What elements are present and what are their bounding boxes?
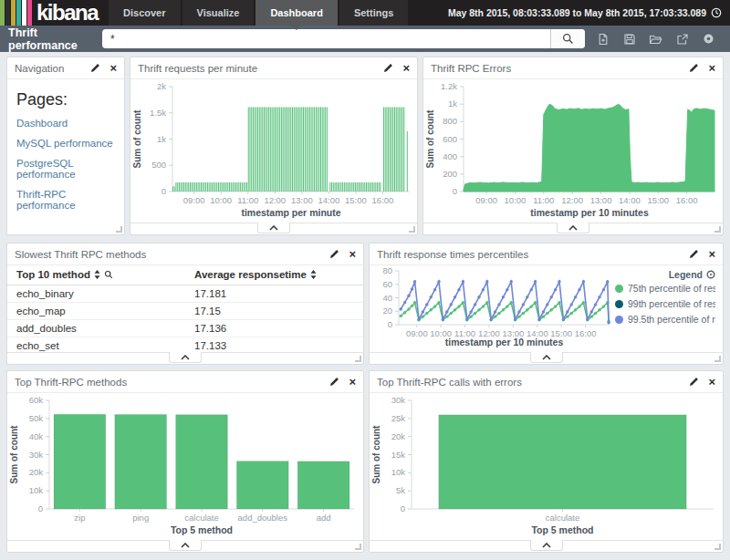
page-link-dashboard[interactable]: Dashboard: [16, 118, 115, 129]
chevron-up-icon: [542, 543, 551, 548]
rpc-errors-chart: 02004006008001k1.2kSum of count09:0010:0…: [423, 79, 723, 223]
close-panel-button[interactable]: ×: [110, 62, 117, 74]
table-row: add_doubles17.136: [7, 320, 363, 337]
edit-panel-button[interactable]: [383, 63, 393, 73]
collapse-panel-button[interactable]: [257, 223, 290, 233]
top-methods-chart: 010k20k30k40k50k60kSum of countTop 5 met…: [7, 393, 363, 540]
nav-tab-visualize[interactable]: Visualize: [182, 0, 255, 26]
svg-text:ping: ping: [132, 513, 149, 523]
query-input[interactable]: [102, 29, 550, 48]
kibana-logo[interactable]: kibana: [0, 0, 109, 26]
folder-open-icon: [649, 33, 662, 46]
table-cell: echo_binary: [7, 285, 185, 303]
edit-panel-button[interactable]: [90, 63, 100, 73]
close-panel-button[interactable]: ×: [349, 376, 356, 388]
svg-text:12:00: 12:00: [561, 195, 583, 205]
panel-response-percentiles: Thrift response times percentiles × 0204…: [369, 243, 724, 365]
close-panel-button[interactable]: ×: [708, 376, 715, 388]
collapse-panel-button[interactable]: [169, 540, 202, 551]
page-link-mysql-performance[interactable]: MySQL performance: [16, 138, 115, 149]
sort-icon[interactable]: [310, 270, 317, 279]
svg-text:0: 0: [388, 319, 392, 329]
new-dashboard-button[interactable]: [589, 26, 616, 52]
svg-text:Sum of count: Sum of count: [9, 425, 19, 484]
close-panel-button[interactable]: ×: [708, 62, 715, 74]
collapse-panel-button[interactable]: [530, 540, 563, 551]
panel-resize-handle[interactable]: [714, 226, 721, 233]
load-dashboard-button[interactable]: [642, 26, 669, 52]
close-panel-button[interactable]: ×: [708, 248, 715, 260]
close-panel-button[interactable]: ×: [402, 62, 410, 74]
close-panel-button[interactable]: ×: [349, 248, 356, 260]
page-link-thrift-rpc-performance[interactable]: Thrift-RPC performance: [16, 189, 115, 211]
edit-panel-button[interactable]: [689, 63, 699, 73]
svg-text:40k: 40k: [29, 431, 44, 441]
kibana-logo-stripes-icon: [0, 0, 33, 26]
svg-text:60k: 60k: [29, 395, 44, 405]
collapse-panel-button[interactable]: [530, 352, 563, 363]
legend-item[interactable]: 99.5th percentile of re...: [615, 314, 715, 325]
legend-settings-icon[interactable]: [706, 270, 715, 279]
sort-icon[interactable]: [94, 270, 100, 279]
svg-text:80: 80: [382, 265, 392, 275]
nav-tab-settings[interactable]: Settings: [339, 0, 408, 26]
svg-text:800: 800: [443, 116, 457, 126]
search-icon[interactable]: [104, 270, 113, 279]
svg-text:10:00: 10:00: [505, 195, 527, 205]
svg-text:1.2k: 1.2k: [441, 81, 457, 91]
panel-resize-handle[interactable]: [714, 356, 721, 362]
time-picker[interactable]: May 8th 2015, 08:03:33.089 to May 8th 20…: [448, 0, 730, 26]
panel-resize-handle[interactable]: [116, 226, 122, 233]
collapse-panel-button[interactable]: [169, 352, 202, 363]
dashboard-toolbar: Thrift performance: [0, 26, 730, 52]
svg-text:20k: 20k: [391, 431, 406, 441]
page-link-postgresql-performance[interactable]: PostgreSQL performance: [16, 158, 115, 180]
logo-stripe: [5, 0, 10, 26]
panel-resize-handle[interactable]: [355, 544, 361, 550]
share-dashboard-button[interactable]: [669, 26, 695, 52]
gear-icon: [703, 33, 714, 45]
legend-item[interactable]: 75th percentile of resp...: [615, 283, 715, 294]
table-row: echo_map17.15: [7, 303, 363, 320]
svg-text:25k: 25k: [391, 413, 406, 423]
svg-text:50k: 50k: [29, 413, 44, 423]
column-label: Top 10 method: [16, 269, 90, 280]
panel-rpc-errors: Thrift RPC Errors × 02004006008001k1.2kS…: [422, 57, 724, 235]
collapse-panel-button[interactable]: [557, 223, 589, 233]
legend-color-dot: [615, 300, 623, 308]
nav-tab-discover[interactable]: Discover: [109, 0, 180, 26]
panel-title: Thrift RPC Errors: [431, 63, 689, 74]
legend-item[interactable]: 99th percentile of resp...: [615, 298, 715, 309]
svg-text:calculate: calculate: [184, 513, 219, 523]
edit-panel-button[interactable]: [329, 249, 339, 259]
edit-panel-button[interactable]: [689, 377, 699, 387]
logo-stripe: [16, 0, 21, 26]
query-bar: [102, 29, 585, 48]
column-header[interactable]: Top 10 method: [7, 265, 185, 285]
panel-resize-handle[interactable]: [355, 356, 361, 362]
column-header[interactable]: Average responsetime: [185, 265, 363, 285]
svg-text:14:00: 14:00: [318, 195, 339, 205]
edit-panel-button[interactable]: [689, 249, 699, 259]
svg-text:30k: 30k: [391, 395, 406, 405]
svg-text:0: 0: [162, 186, 166, 196]
top-errors-chart: 05k10k15k20k25k30kSum of countTop 5 meth…: [370, 393, 723, 540]
pencil-icon: [329, 377, 339, 387]
table-cell: add_doubles: [7, 320, 185, 337]
svg-text:add: add: [317, 513, 331, 523]
chevron-up-icon: [269, 225, 278, 231]
panel-resize-handle[interactable]: [714, 544, 721, 550]
svg-text:14:00: 14:00: [619, 195, 641, 205]
svg-text:Sum of count: Sum of count: [425, 109, 435, 169]
panel-resize-handle[interactable]: [409, 226, 415, 233]
svg-text:1k: 1k: [157, 134, 166, 144]
search-button[interactable]: [550, 29, 585, 48]
nav-tab-dashboard[interactable]: Dashboard: [256, 0, 337, 26]
table-row: echo_binary17.181: [7, 285, 363, 303]
legend-label: 99.5th percentile of re...: [628, 314, 715, 325]
svg-text:1.5k: 1.5k: [150, 108, 166, 118]
options-button[interactable]: [695, 26, 722, 52]
save-dashboard-button[interactable]: [616, 26, 642, 52]
svg-text:400: 400: [443, 151, 457, 161]
edit-panel-button[interactable]: [329, 377, 339, 387]
